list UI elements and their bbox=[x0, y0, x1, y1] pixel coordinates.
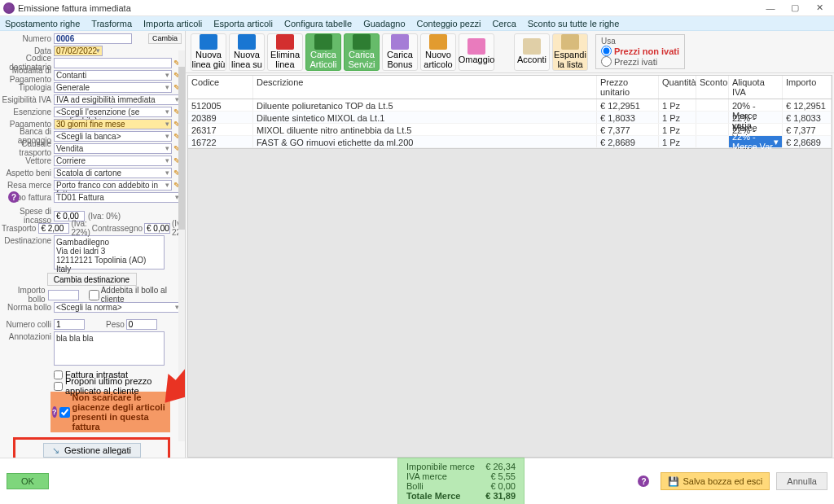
peso-field[interactable] bbox=[126, 319, 157, 330]
addebita-bollo-checkbox[interactable] bbox=[89, 290, 99, 300]
pagamento-field[interactable]: 30 giorni fine mese bbox=[54, 119, 172, 129]
trasporto-field[interactable] bbox=[38, 223, 69, 234]
cambia-numero-button[interactable]: Cambia bbox=[148, 33, 182, 44]
cell-desc: Diluente poliuretanico TOP da Lt.5 bbox=[253, 99, 597, 111]
vettore-field[interactable]: Corriere bbox=[54, 156, 172, 166]
nuova-linea-giu-button[interactable]: Nuova linea giù bbox=[191, 33, 226, 71]
resa-field[interactable]: Porto franco con addebito in fattura bbox=[54, 180, 172, 191]
carica-bonus-button[interactable]: Carica Bonus bbox=[382, 33, 418, 71]
prezzi-ivati-radio[interactable] bbox=[601, 56, 612, 67]
omaggio-button[interactable]: Omaggio bbox=[459, 33, 494, 71]
colli-field[interactable] bbox=[54, 319, 85, 330]
col-qty[interactable]: Quantità bbox=[659, 76, 696, 99]
carica-articoli-button[interactable]: Carica Articoli bbox=[305, 33, 341, 71]
menu-trasforma[interactable]: Trasforma bbox=[91, 19, 132, 28]
col-importo[interactable]: Importo bbox=[783, 76, 832, 99]
label-modalita: Modalità di Pagamento bbox=[2, 66, 54, 84]
col-prezzo[interactable]: Prezzo unitario bbox=[597, 76, 659, 99]
carica-servizi-button[interactable]: Carica Servizi bbox=[344, 33, 380, 71]
contr-field[interactable] bbox=[144, 223, 170, 234]
cod-dest-field[interactable] bbox=[54, 58, 172, 68]
col-sconto[interactable]: Sconto bbox=[696, 76, 729, 99]
window-title: Emissione fattura immediata bbox=[18, 3, 759, 13]
bollo-field[interactable] bbox=[48, 290, 79, 300]
nuovo-articolo-button[interactable]: Nuovo articolo bbox=[420, 33, 456, 71]
cell-qty: 1 Pz bbox=[659, 112, 696, 123]
cell-sconto bbox=[696, 124, 729, 135]
cell-qty: 1 Pz bbox=[659, 124, 696, 135]
label-spese-iva: (Iva: 0%) bbox=[88, 212, 121, 221]
aspetto-field[interactable]: Scatola di cartone bbox=[54, 168, 172, 178]
minimize-button[interactable]: — bbox=[759, 2, 782, 15]
ok-button[interactable]: OK bbox=[7, 473, 49, 489]
menu-conteggio[interactable]: Conteggio pezzi bbox=[417, 19, 481, 28]
col-codice[interactable]: Codice bbox=[188, 76, 253, 99]
esenzione-field[interactable]: <Scegli l'esenzione (se applicabile) > bbox=[54, 107, 172, 117]
table-row[interactable]: 16722FAST & GO rimuovi etichette da ml.2… bbox=[188, 136, 832, 148]
cambia-dest-button[interactable]: Cambia destinazione bbox=[47, 273, 137, 286]
nuova-linea-su-button[interactable]: Nuova linea su bbox=[229, 33, 265, 71]
annulla-button[interactable]: Annulla bbox=[776, 472, 827, 490]
label-esig-iva: Esigibilità IVA bbox=[2, 95, 54, 104]
prezzi-non-ivati-radio[interactable] bbox=[601, 46, 612, 56]
label-imponibile: Imponibile merce bbox=[406, 462, 475, 471]
close-button[interactable]: ✕ bbox=[808, 2, 831, 15]
label-resa: Resa merce bbox=[2, 181, 54, 190]
help-icon[interactable]: ? bbox=[52, 406, 57, 418]
cell-iva-dropdown[interactable]: 22% - Merce Var▾ bbox=[729, 136, 783, 147]
label-annot: Annotazioni bbox=[2, 332, 54, 341]
table-row[interactable]: 512005Diluente poliuretanico TOP da Lt.5… bbox=[188, 99, 832, 112]
menu-spostamento[interactable]: Spostamento righe bbox=[5, 19, 80, 28]
app-icon bbox=[3, 2, 15, 14]
table-row[interactable]: 20389Diluente sintetico MIXOL da Lt.1€ 1… bbox=[188, 112, 832, 124]
annot-field[interactable]: bla bla bla bbox=[54, 331, 165, 366]
scrollbar[interactable] bbox=[178, 50, 185, 441]
expand-icon bbox=[561, 34, 579, 50]
menu-configura[interactable]: Configura tabelle bbox=[284, 19, 352, 28]
giacenze-checkbox[interactable] bbox=[59, 407, 70, 418]
menu-cerca[interactable]: Cerca bbox=[492, 19, 516, 28]
col-iva[interactable]: Aliquota IVA bbox=[729, 76, 783, 99]
value-bolli: € 0,00 bbox=[490, 481, 516, 491]
save-icon: 💾 bbox=[668, 476, 679, 487]
label-prezzi-non-ivati: Prezzi non ivati bbox=[614, 46, 679, 56]
tipologia-field[interactable]: Generale bbox=[54, 82, 172, 93]
acconti-button[interactable]: Acconti bbox=[514, 33, 550, 71]
cell-iva: 20% - Merce varia bbox=[729, 99, 783, 111]
box-icon bbox=[314, 34, 332, 50]
highlighted-area: ↘Gestione allegati bbox=[13, 437, 170, 458]
menu-importa[interactable]: Importa articoli bbox=[143, 19, 202, 28]
menu-sconto[interactable]: Sconto su tutte le righe bbox=[528, 19, 620, 28]
dest-field[interactable]: Gambadilegno Via dei ladri 3 12112121 To… bbox=[54, 235, 165, 270]
label-giacenze: Non scaricare le giacenze degli articoli… bbox=[72, 392, 169, 432]
banca-field[interactable]: <Scegli la banca> bbox=[54, 131, 172, 142]
numero-field[interactable]: 0006 bbox=[54, 33, 132, 44]
data-field[interactable]: 07/02/2022 bbox=[54, 46, 103, 56]
label-aspetto: Aspetto beni bbox=[2, 169, 54, 177]
tipo-fatt-field[interactable]: TD01 Fattura bbox=[54, 192, 182, 203]
cell-importo: € 2,8689 bbox=[783, 136, 832, 147]
salva-bozza-button[interactable]: 💾Salva bozza ed esci bbox=[661, 472, 770, 490]
esig-iva-field[interactable]: IVA ad esigibilità immediata bbox=[54, 94, 182, 105]
maximize-button[interactable]: ▢ bbox=[784, 2, 806, 15]
label-trasporto-iva: (Iva: 22%) bbox=[71, 219, 90, 237]
col-desc[interactable]: Descrizione bbox=[253, 76, 597, 99]
grid-empty-area bbox=[187, 149, 832, 458]
help-icon[interactable]: ? bbox=[638, 476, 649, 487]
ultimo-prezzo-checkbox[interactable] bbox=[54, 382, 63, 391]
label-dest: Destinazione bbox=[2, 236, 54, 245]
norma-field[interactable]: <Scegli la norma> bbox=[54, 302, 182, 313]
intrastat-checkbox[interactable] bbox=[54, 370, 63, 379]
modalita-field[interactable]: Contanti bbox=[54, 70, 172, 81]
totals-panel: Imponibile merce€ 26,34 IVA merce€ 5,55 … bbox=[397, 458, 525, 504]
help-icon[interactable]: ? bbox=[8, 191, 20, 203]
causale-field[interactable]: Vendita bbox=[54, 143, 172, 154]
menu-esporta[interactable]: Esporta articoli bbox=[213, 19, 273, 28]
menu-guadagno[interactable]: Guadagno bbox=[363, 19, 405, 28]
cell-codice: 20389 bbox=[188, 112, 253, 123]
elimina-linea-button[interactable]: Elimina linea bbox=[267, 33, 303, 71]
service-icon bbox=[353, 34, 371, 50]
label-totale: Totale Merce bbox=[406, 491, 460, 501]
espandi-lista-button[interactable]: Espandi la lista bbox=[552, 33, 588, 71]
gestione-allegati-button[interactable]: ↘Gestione allegati bbox=[43, 443, 141, 458]
